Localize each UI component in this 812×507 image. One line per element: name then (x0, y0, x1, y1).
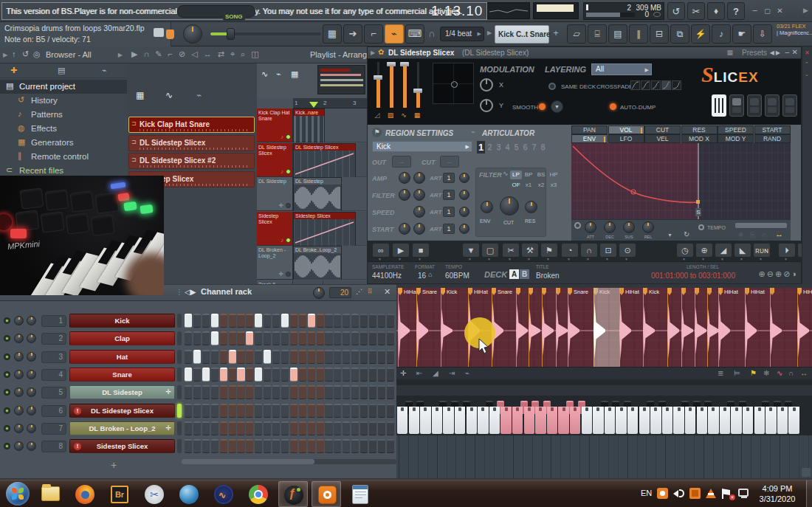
step-cell[interactable] (343, 331, 350, 345)
step-cell[interactable] (281, 331, 289, 345)
step-cell[interactable] (360, 385, 368, 399)
slider-mode-icon-3[interactable]: ∿ (399, 111, 409, 120)
step-cell[interactable] (185, 385, 192, 399)
step-cell[interactable] (193, 314, 201, 328)
deck-view-button-2[interactable] (729, 94, 744, 117)
start-knob-1[interactable] (399, 223, 410, 235)
step-cell[interactable] (378, 439, 385, 453)
step-cell[interactable] (351, 385, 359, 399)
channel-volume-knob[interactable] (27, 334, 36, 343)
step-cell[interactable] (255, 385, 262, 399)
step-cell[interactable] (290, 350, 297, 364)
white-key[interactable] (467, 407, 477, 434)
filter-res-knob[interactable] (525, 201, 537, 213)
browser-item-effects[interactable]: ◍Effects (0, 122, 127, 136)
step-cell[interactable] (334, 350, 341, 364)
browser-tab-plugins-icon[interactable]: ✚ (10, 66, 17, 75)
speed-knob-2[interactable] (413, 206, 425, 218)
browser-undo-icon[interactable]: ↺ (22, 49, 29, 59)
white-key[interactable] (605, 407, 615, 434)
white-key[interactable] (478, 407, 488, 434)
step-cell[interactable] (272, 331, 280, 345)
track-header[interactable]: DL Sidestep Slicex♪ (257, 143, 293, 177)
step-cell[interactable] (281, 314, 289, 328)
channel-number-box[interactable]: 6 (41, 405, 66, 417)
white-key[interactable] (765, 407, 776, 434)
playhead-marker[interactable] (309, 102, 318, 108)
step-cell[interactable] (308, 385, 315, 399)
channel-rack-button[interactable]: ▤ (608, 24, 627, 44)
white-key[interactable] (731, 407, 741, 434)
playlist-track-lane[interactable]: Sidestep Slicex♪Sidestep Slicex (257, 212, 367, 246)
step-cell[interactable] (343, 404, 350, 418)
track-mute-led[interactable] (286, 272, 291, 277)
articulator-number-2[interactable]: 2 (486, 141, 494, 154)
step-cell[interactable] (369, 331, 376, 345)
step-cell[interactable] (290, 439, 297, 453)
undo-button[interactable]: ↺ (667, 2, 685, 20)
white-key[interactable] (662, 407, 672, 434)
step-cell[interactable] (378, 331, 385, 345)
step-cell[interactable] (317, 350, 324, 364)
channel-rack-hscroll[interactable] (182, 459, 396, 464)
channel-pan-knob[interactable] (14, 406, 24, 415)
env-dropdown-icon[interactable]: ▼ (667, 232, 672, 238)
slider-mode-icon-2[interactable]: ▨ (385, 111, 396, 120)
step-cell[interactable] (360, 350, 368, 364)
step-cell[interactable] (334, 385, 341, 399)
channel-select-strip[interactable] (177, 331, 182, 345)
step-cell[interactable] (229, 350, 236, 364)
white-key[interactable] (616, 407, 626, 434)
tempo-radio[interactable] (698, 224, 704, 230)
white-key[interactable] (443, 407, 453, 434)
typing-keyboard-button[interactable]: ⌨ (405, 24, 424, 44)
step-cell[interactable] (193, 368, 201, 382)
step-cell[interactable] (290, 404, 297, 418)
same-deck-radio[interactable] (548, 83, 556, 90)
white-key[interactable] (708, 407, 718, 434)
step-cell[interactable] (281, 421, 289, 435)
step-cell[interactable] (299, 368, 306, 382)
speed-art-knob[interactable] (459, 207, 469, 217)
channel-number-box[interactable]: 8 (41, 441, 66, 452)
step-cell[interactable] (369, 404, 376, 418)
step-cell[interactable] (264, 385, 271, 399)
white-key[interactable] (582, 407, 592, 434)
step-cell[interactable] (387, 439, 394, 453)
step-cell[interactable] (369, 439, 376, 453)
preset-next-icon[interactable]: ▶ (776, 49, 780, 56)
song-mode-label[interactable]: SONG (223, 13, 245, 21)
step-cell[interactable] (255, 331, 262, 345)
step-cell[interactable] (237, 404, 244, 418)
white-key[interactable] (697, 407, 707, 434)
step-cell[interactable] (308, 350, 315, 364)
track-mute-led[interactable] (286, 169, 291, 174)
channel-enable-led[interactable] (4, 371, 10, 378)
white-key[interactable] (754, 407, 765, 434)
master-slider-4[interactable] (413, 62, 422, 108)
graph-editor-icon[interactable]: ⋰ (356, 288, 362, 295)
step-cell[interactable] (334, 421, 341, 435)
step-cell[interactable] (281, 439, 289, 453)
channel-select-strip[interactable] (177, 314, 182, 328)
channel-number-box[interactable]: 4 (41, 369, 66, 381)
step-cell[interactable] (343, 439, 350, 453)
step-cell[interactable] (299, 331, 306, 345)
step-cell[interactable] (255, 368, 262, 382)
step-cell[interactable] (378, 368, 385, 382)
step-cell[interactable] (351, 368, 359, 382)
amp-art-knob[interactable] (459, 173, 469, 183)
crossfade-curve-5[interactable] (672, 80, 681, 90)
step-cell[interactable] (387, 385, 394, 399)
step-cell[interactable] (211, 314, 219, 328)
step-cell[interactable] (281, 368, 289, 382)
save-button[interactable]: ▼ (462, 243, 480, 258)
info-icons[interactable]: ⊕⊖⊕⊘◑ (758, 269, 798, 279)
step-cell[interactable] (317, 331, 324, 345)
step-cell[interactable] (264, 314, 271, 328)
step-cell[interactable] (185, 350, 192, 364)
step-cell[interactable] (220, 314, 227, 328)
layer-dropdown-button[interactable]: ▼ (551, 100, 563, 113)
articulator-number-6[interactable]: 6 (521, 141, 529, 154)
center-button[interactable]: ⊕ (695, 243, 713, 258)
